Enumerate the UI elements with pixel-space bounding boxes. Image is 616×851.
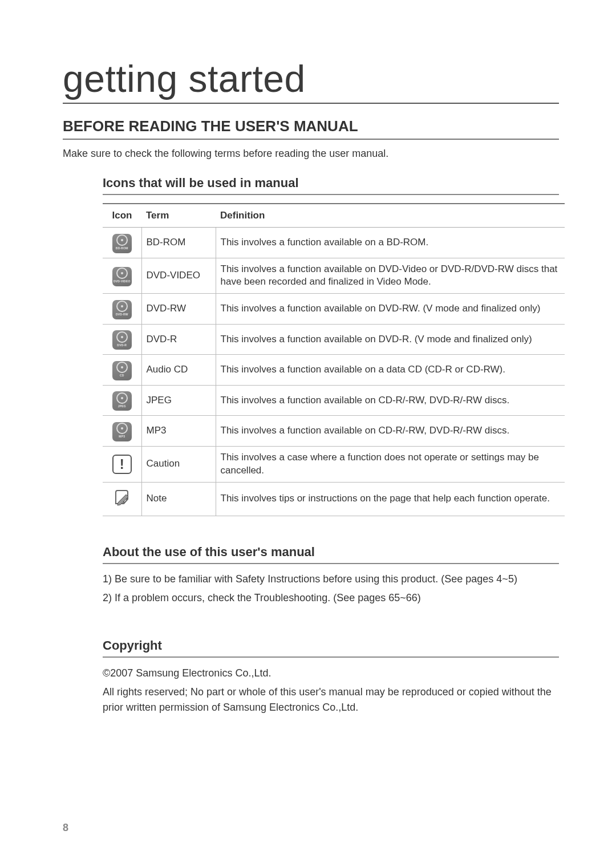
table-header-row: Icon Term Definition xyxy=(103,204,565,228)
list-item: 1) Be sure to be familiar with Safety In… xyxy=(103,572,559,586)
definition-cell: This involves a function available on CD… xyxy=(216,385,565,416)
icon-cell: JPEG xyxy=(103,385,141,416)
page-number: 8 xyxy=(63,822,68,834)
table-row: MP3 MP3 This involves a function availab… xyxy=(103,416,565,447)
table-row: DVD-RW DVD-RW This involves a function a… xyxy=(103,294,565,325)
definition-cell: This involves tips or instructions on th… xyxy=(216,482,565,516)
section-title: BEFORE READING THE USER'S MANUAL xyxy=(63,117,559,140)
term-cell: Caution xyxy=(141,446,216,482)
copyright-line: ©2007 Samsung Electronics Co.,Ltd. xyxy=(103,666,559,681)
term-cell: DVD-R xyxy=(141,324,216,355)
cd-disc-icon: CD xyxy=(112,361,132,380)
copyright-line: All rights reserved; No part or whole of… xyxy=(103,684,559,715)
icon-cell: ! xyxy=(103,446,141,482)
icons-subheading: Icons that will be used in manual xyxy=(103,176,559,195)
dvdrw-disc-icon: DVD-RW xyxy=(112,300,132,319)
definition-cell: This involves a case where a function do… xyxy=(216,446,565,482)
manual-page: getting started BEFORE READING THE USER'… xyxy=(0,0,616,851)
term-cell: DVD-VIDEO xyxy=(141,258,216,294)
about-subheading: About the use of this user's manual xyxy=(103,545,559,564)
icon-cell: DVD-VIDEO xyxy=(103,258,141,294)
copyright-block: ©2007 Samsung Electronics Co.,Ltd. All r… xyxy=(103,666,559,715)
table-row: DVD-R DVD-R This involves a function ava… xyxy=(103,324,565,355)
dvdr-disc-icon: DVD-R xyxy=(112,330,132,350)
col-term: Term xyxy=(141,204,216,228)
table-row: ! Caution This involves a case where a f… xyxy=(103,446,565,482)
icon-cell: DVD-R xyxy=(103,324,141,355)
term-cell: DVD-RW xyxy=(141,294,216,325)
col-definition: Definition xyxy=(216,204,565,228)
definition-cell: This involves a function available on DV… xyxy=(216,258,565,294)
intro-text: Make sure to check the following terms b… xyxy=(63,148,559,160)
table-row: CD Audio CD This involves a function ava… xyxy=(103,355,565,386)
term-cell: BD-ROM xyxy=(141,228,216,258)
icon-cell: CD xyxy=(103,355,141,386)
definition-cell: This involves a function available on a … xyxy=(216,228,565,258)
icon-cell xyxy=(103,482,141,516)
icon-cell: DVD-RW xyxy=(103,294,141,325)
icon-cell: MP3 xyxy=(103,416,141,447)
copyright-subheading: Copyright xyxy=(103,638,559,658)
table-row: DVD-VIDEO DVD-VIDEO This involves a func… xyxy=(103,258,565,294)
definition-cell: This involves a function available on DV… xyxy=(216,324,565,355)
page-title: getting started xyxy=(63,57,559,104)
dvdvideo-disc-icon: DVD-VIDEO xyxy=(112,267,132,286)
term-cell: Audio CD xyxy=(141,355,216,386)
list-item: 2) If a problem occurs, check the Troubl… xyxy=(103,591,559,605)
definition-cell: This involves a function available on a … xyxy=(216,355,565,386)
definition-cell: This involves a function available on CD… xyxy=(216,416,565,447)
term-cell: Note xyxy=(141,482,216,516)
about-list: 1) Be sure to be familiar with Safety In… xyxy=(103,572,559,605)
definition-cell: This involves a function available on DV… xyxy=(216,294,565,325)
table-row: Note This involves tips or instructions … xyxy=(103,482,565,516)
col-icon: Icon xyxy=(103,204,141,228)
icons-table: Icon Term Definition BD-ROM BD-ROM This … xyxy=(103,203,565,516)
bdrom-disc-icon: BD-ROM xyxy=(112,234,132,253)
note-pencil-icon xyxy=(112,487,132,508)
mp3-disc-icon: MP3 xyxy=(112,422,132,441)
icon-cell: BD-ROM xyxy=(103,228,141,258)
term-cell: JPEG xyxy=(141,385,216,416)
term-cell: MP3 xyxy=(141,416,216,447)
table-row: BD-ROM BD-ROM This involves a function a… xyxy=(103,228,565,258)
jpeg-disc-icon: JPEG xyxy=(112,391,132,411)
table-row: JPEG JPEG This involves a function avail… xyxy=(103,385,565,416)
caution-icon: ! xyxy=(112,455,132,474)
